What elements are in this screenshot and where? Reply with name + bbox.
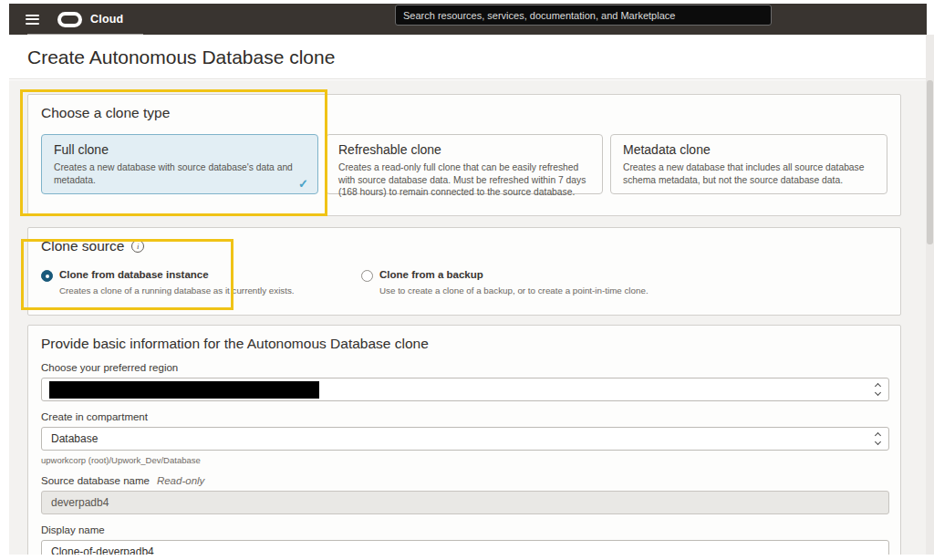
- region-select[interactable]: [41, 378, 889, 401]
- compartment-label: Create in compartment: [41, 411, 887, 422]
- region-label: Choose your preferred region: [41, 362, 887, 373]
- card-title: Full clone: [54, 142, 306, 157]
- card-description: Creates a read-only full clone that can …: [338, 161, 590, 199]
- page-title: Create Autonomous Database clone: [27, 47, 335, 68]
- select-chevrons-icon: [876, 384, 880, 395]
- source-db-label-text: Source database name: [41, 475, 150, 486]
- scrollbar-thumb[interactable]: [927, 80, 933, 244]
- radio-label: Clone from a backup: [379, 269, 483, 280]
- compartment-path: upworkcorp (root)/Upwork_Dev/Database: [41, 455, 887, 465]
- radio-option-database-instance[interactable]: Clone from database instance Creates a c…: [41, 269, 361, 297]
- source-db-input: [41, 491, 889, 514]
- clone-type-cards: Full clone Creates a new database with s…: [41, 134, 887, 194]
- card-description: Creates a new database that includes all…: [623, 161, 875, 186]
- oracle-o-icon: [57, 12, 82, 27]
- clone-source-options: Clone from database instance Creates a c…: [41, 269, 887, 297]
- oci-console-screen: Cloud Navigation menu Create Autonomous …: [0, 0, 934, 560]
- oracle-cloud-logo[interactable]: Cloud: [57, 12, 123, 27]
- source-db-label: Source database nameRead-only: [41, 475, 887, 486]
- selected-check-icon: ✓: [298, 177, 308, 191]
- clone-source-heading: Clone source: [41, 238, 124, 254]
- title-bar: Create Autonomous Database clone: [9, 35, 927, 79]
- clone-type-card-metadata-clone[interactable]: Metadata clone Creates a new database th…: [610, 134, 887, 194]
- basic-info-panel: Provide basic information for the Autono…: [27, 325, 901, 555]
- info-icon[interactable]: i: [131, 240, 144, 253]
- clone-type-panel: Choose a clone type Full clone Creates a…: [27, 94, 901, 216]
- region-value-redacted: [49, 381, 319, 399]
- card-title: Refreshable clone: [338, 142, 590, 157]
- hamburger-menu-icon[interactable]: [26, 15, 39, 25]
- read-only-badge: Read-only: [157, 475, 204, 486]
- display-name-label: Display name: [41, 524, 887, 535]
- radio-unselected-icon[interactable]: [361, 270, 373, 282]
- global-search-input[interactable]: [395, 5, 772, 26]
- radio-selected-icon[interactable]: [41, 270, 53, 282]
- clone-type-card-full-clone[interactable]: Full clone Creates a new database with s…: [41, 134, 318, 194]
- basic-info-heading: Provide basic information for the Autono…: [41, 336, 887, 352]
- radio-description: Use to create a clone of a backup, or to…: [379, 285, 649, 297]
- clone-source-panel: Clone source i Clone from database insta…: [27, 227, 901, 316]
- clone-type-card-refreshable-clone[interactable]: Refreshable clone Creates a read-only fu…: [326, 134, 603, 194]
- card-description: Creates a new database with source datab…: [54, 161, 306, 186]
- page-content: Choose a clone type Full clone Creates a…: [9, 80, 927, 555]
- brand-label: Cloud: [90, 13, 123, 26]
- compartment-select[interactable]: Database: [41, 427, 889, 451]
- radio-description: Creates a clone of a running database as…: [59, 285, 361, 297]
- card-title: Metadata clone: [623, 142, 875, 157]
- clone-type-heading: Choose a clone type: [41, 105, 887, 121]
- radio-option-backup[interactable]: Clone from a backup Use to create a clon…: [361, 269, 649, 297]
- display-name-input[interactable]: [41, 540, 889, 555]
- radio-label: Clone from database instance: [59, 269, 209, 280]
- compartment-value: Database: [51, 432, 98, 445]
- scrollbar[interactable]: [926, 35, 934, 555]
- select-chevrons-icon: [876, 433, 880, 444]
